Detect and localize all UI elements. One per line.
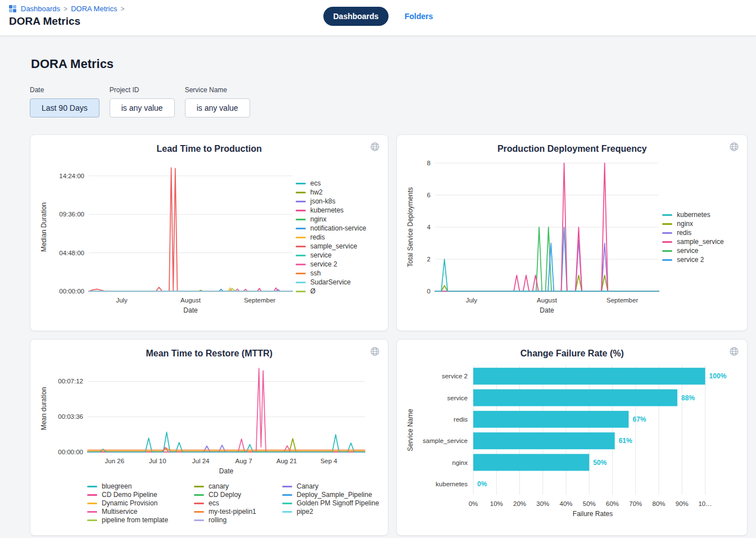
filter-bar: Date Last 90 Days Project ID is any valu… bbox=[30, 86, 738, 117]
legend-swatch bbox=[662, 232, 672, 234]
legend-item[interactable]: CD Deploy bbox=[194, 491, 256, 499]
legend-item[interactable]: service bbox=[296, 251, 371, 260]
legend-label: ecs bbox=[310, 179, 321, 188]
legend-item[interactable]: ssh bbox=[296, 269, 371, 278]
legend-swatch bbox=[662, 241, 672, 243]
svg-text:Aug 21: Aug 21 bbox=[277, 458, 297, 464]
mttr-chart[interactable]: 00:00:0000:03:3600:07:12Jun 26Jul 10Jul … bbox=[39, 359, 372, 476]
legend-swatch bbox=[194, 511, 204, 513]
legend-swatch bbox=[194, 503, 204, 504]
svg-text:Service Name: Service Name bbox=[406, 409, 414, 451]
legend-swatch bbox=[296, 264, 306, 265]
legend-item[interactable]: Multiservice bbox=[87, 508, 168, 516]
legend-label: hw2 bbox=[310, 188, 323, 197]
legend-item[interactable]: json-k8s bbox=[296, 197, 371, 206]
legend-item[interactable]: kubernetes bbox=[662, 211, 737, 219]
legend-item[interactable]: service 2 bbox=[662, 256, 737, 264]
tab-dashboards[interactable]: Dashboards bbox=[323, 7, 389, 26]
svg-text:0%: 0% bbox=[477, 480, 487, 488]
tab-folders[interactable]: Folders bbox=[405, 12, 433, 21]
legend-label: Dynamic Provision bbox=[102, 499, 157, 508]
legend-label: service 2 bbox=[677, 256, 704, 264]
legend-label: CD Demo Pipeline bbox=[102, 491, 157, 499]
filter-service-name-value-button[interactable]: is any value bbox=[185, 98, 250, 117]
legend-item[interactable]: Canary bbox=[282, 482, 379, 491]
svg-text:Date: Date bbox=[219, 467, 234, 475]
svg-text:sample_service: sample_service bbox=[423, 437, 468, 444]
svg-text:July: July bbox=[116, 297, 128, 304]
svg-text:00:07:12: 00:07:12 bbox=[58, 378, 83, 385]
svg-text:nginx: nginx bbox=[452, 459, 468, 466]
breadcrumb-dora-metrics-link[interactable]: DORA Metrics bbox=[71, 4, 117, 13]
legend-item[interactable]: kubernetes bbox=[296, 206, 371, 215]
legend-label: service 2 bbox=[310, 260, 337, 269]
card-production-deployment-frequency: Production Deployment Frequency 02468Jul… bbox=[396, 134, 748, 331]
legend-label: json-k8s bbox=[310, 197, 336, 206]
svg-text:Jul 10: Jul 10 bbox=[149, 458, 166, 464]
svg-text:2: 2 bbox=[427, 256, 431, 263]
legend-item[interactable]: CD Demo Pipeline bbox=[87, 491, 168, 499]
change-failure-rate-chart[interactable]: 0%10%20%30%40%50%60%70%80%90%10…service … bbox=[406, 359, 738, 526]
legend-item[interactable]: canary bbox=[194, 482, 256, 491]
chart-title: Mean Time to Restore (MTTR) bbox=[39, 346, 379, 359]
svg-text:90%: 90% bbox=[676, 500, 689, 507]
legend-item[interactable]: hw2 bbox=[296, 188, 371, 197]
svg-text:August: August bbox=[180, 297, 201, 304]
svg-text:00:00:00: 00:00:00 bbox=[58, 449, 83, 455]
globe-icon[interactable] bbox=[729, 142, 739, 152]
legend-item[interactable]: pipe2 bbox=[282, 508, 379, 516]
legend-item[interactable]: sample_service bbox=[296, 242, 371, 251]
globe-icon[interactable] bbox=[370, 142, 380, 152]
legend-item[interactable]: notification-service bbox=[296, 224, 371, 233]
legend-item[interactable]: nginx bbox=[662, 220, 737, 228]
svg-text:Jul 24: Jul 24 bbox=[192, 458, 210, 464]
legend-item[interactable]: redis bbox=[662, 229, 737, 237]
legend-swatch bbox=[296, 228, 306, 229]
filter-project-id-value-button[interactable]: is any value bbox=[110, 98, 175, 117]
legend-label: SudarService bbox=[310, 278, 351, 287]
legend-item[interactable]: Dynamic Provision bbox=[87, 499, 168, 508]
legend-item[interactable]: redis bbox=[296, 233, 371, 242]
legend-item[interactable]: my-test-pipelin1 bbox=[194, 508, 256, 516]
card-mean-time-to-restore: Mean Time to Restore (MTTR) 00:00:0000:0… bbox=[30, 339, 388, 536]
svg-text:60%: 60% bbox=[606, 500, 619, 507]
legend-item[interactable]: sample_service bbox=[662, 238, 737, 246]
filter-date-value-button[interactable]: Last 90 Days bbox=[30, 98, 99, 117]
svg-text:8: 8 bbox=[427, 160, 431, 166]
globe-icon[interactable] bbox=[370, 346, 380, 356]
legend-item[interactable]: ecs bbox=[296, 179, 371, 188]
legend-swatch bbox=[194, 519, 204, 521]
legend-item[interactable]: nginx bbox=[296, 215, 371, 224]
lead-time-chart[interactable]: 00:00:0004:48:0009:36:0014:24:00JulyAugu… bbox=[39, 154, 296, 320]
legend-item[interactable]: Ø bbox=[296, 287, 371, 296]
svg-text:August: August bbox=[537, 297, 558, 304]
legend-label: rolling bbox=[209, 516, 227, 525]
legend-swatch bbox=[662, 214, 672, 216]
deployment-frequency-chart[interactable]: 02468JulyAugustSeptemberDateTotal Servic… bbox=[406, 154, 662, 320]
chart-title: Lead Time to Production bbox=[39, 142, 379, 154]
legend-swatch bbox=[282, 503, 292, 504]
filter-date: Date Last 90 Days bbox=[30, 86, 99, 117]
legend-label: Multiservice bbox=[102, 508, 137, 516]
legend-item[interactable]: rolling bbox=[194, 516, 256, 525]
card-change-failure-rate: Change Failure Rate (%) 0%10%20%30%40%50… bbox=[396, 339, 748, 536]
legend-item[interactable]: Deploy_Sample_Pipeline bbox=[282, 491, 379, 499]
legend-item[interactable]: bluegreen bbox=[87, 482, 168, 491]
legend-item[interactable]: ecs bbox=[194, 499, 256, 508]
svg-text:Jun 26: Jun 26 bbox=[105, 458, 125, 464]
svg-text:Mean duration: Mean duration bbox=[40, 387, 48, 431]
legend-item[interactable]: service bbox=[662, 247, 737, 255]
legend-item[interactable]: Golden PM Signoff Pipeline bbox=[282, 499, 379, 508]
svg-text:service: service bbox=[447, 395, 468, 401]
legend-item[interactable]: service 2 bbox=[296, 260, 371, 269]
legend-item[interactable]: SudarService bbox=[296, 278, 371, 287]
legend-label: my-test-pipelin1 bbox=[209, 508, 256, 516]
legend-label: kubernetes bbox=[310, 206, 343, 215]
legend-swatch bbox=[296, 273, 306, 274]
svg-text:00:03:36: 00:03:36 bbox=[58, 413, 83, 420]
legend-swatch bbox=[194, 486, 204, 487]
globe-icon[interactable] bbox=[729, 346, 739, 356]
breadcrumb-dashboards-link[interactable]: Dashboards bbox=[21, 4, 60, 13]
legend-item[interactable]: pipeline from template bbox=[87, 516, 168, 525]
legend-swatch bbox=[296, 183, 306, 184]
